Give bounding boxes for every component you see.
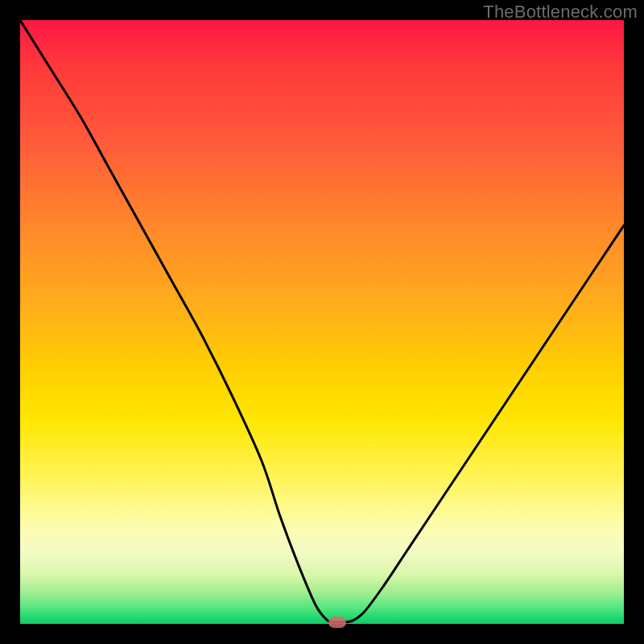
plot-area	[20, 20, 624, 624]
watermark-text: TheBottleneck.com	[483, 2, 638, 23]
chart-frame: TheBottleneck.com	[0, 0, 644, 644]
bottleneck-curve	[20, 20, 624, 624]
optimal-marker	[328, 617, 346, 628]
